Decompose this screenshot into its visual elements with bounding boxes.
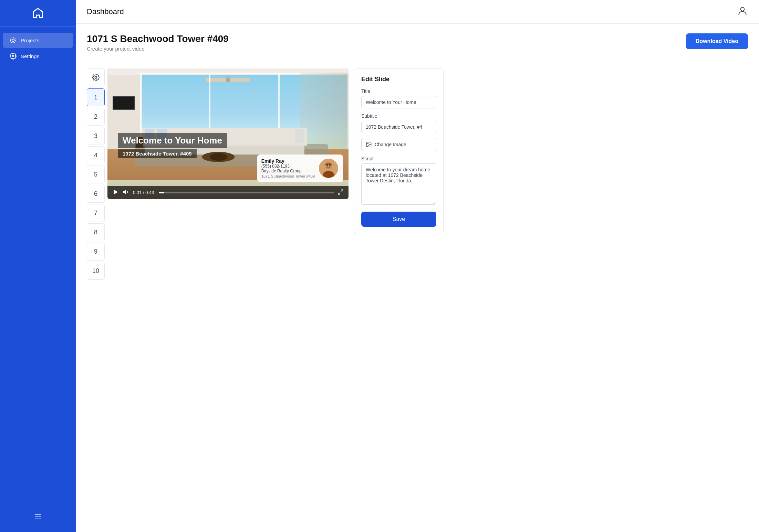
current-time: 0:01 <box>133 190 142 195</box>
main-content: Dashboard 1071 S Beachwood Tower #409 Cr… <box>76 0 759 532</box>
sidebar: Projects Settings <box>0 0 76 532</box>
svg-line-15 <box>341 190 343 191</box>
script-textarea[interactable]: Welcome to your dream home located at 10… <box>361 163 436 205</box>
project-info: 1071 S Beachwood Tower #409 Create your … <box>87 33 229 52</box>
sidebar-nav: Projects Settings <box>0 26 76 506</box>
slide-3-button[interactable]: 3 <box>87 127 105 145</box>
change-image-button[interactable]: Change Image <box>361 138 436 151</box>
home-icon <box>32 7 44 19</box>
video-section: 1 2 3 4 5 6 7 8 9 10 <box>87 68 748 280</box>
svg-point-2 <box>12 55 14 57</box>
agent-company: Bayside Realty Group <box>261 169 315 173</box>
save-button[interactable]: Save <box>361 212 436 227</box>
slide-7-button[interactable]: 7 <box>87 204 105 222</box>
volume-button[interactable] <box>123 189 129 196</box>
fullscreen-button[interactable] <box>337 189 344 196</box>
agent-name: Emily Ray <box>261 158 315 164</box>
project-title: 1071 S Beachwood Tower #409 <box>87 33 229 44</box>
edit-slide-panel: Edit Slide Title Subtitle Change Image S… <box>354 68 444 234</box>
change-image-label: Change Image <box>375 142 406 147</box>
sidebar-item-settings-label: Settings <box>21 53 39 59</box>
subtitle-field-label: Subtitle <box>361 113 436 119</box>
total-time: 0:43 <box>145 190 154 195</box>
agent-address: 1071 S Beachwood Tower #409 <box>261 174 315 178</box>
user-avatar-button[interactable] <box>737 6 748 18</box>
fullscreen-icon <box>337 189 344 195</box>
svg-marker-14 <box>123 190 126 194</box>
slide-2-button[interactable]: 2 <box>87 108 105 126</box>
slide-4-button[interactable]: 4 <box>87 146 105 164</box>
agent-avatar <box>318 158 339 179</box>
slide-6-button[interactable]: 6 <box>87 185 105 203</box>
subtitle-input[interactable] <box>361 121 436 133</box>
svg-marker-13 <box>114 190 118 195</box>
project-header: 1071 S Beachwood Tower #409 Create your … <box>87 33 748 52</box>
image-icon <box>366 141 372 148</box>
agent-phone: (555) 882-1193 <box>261 164 315 169</box>
agent-info: Emily Ray (555) 882-1193 Bayside Realty … <box>261 158 315 178</box>
video-controls: 0:01 / 0:43 <box>107 186 349 199</box>
title-field-label: Title <box>361 88 436 94</box>
page-content: 1071 S Beachwood Tower #409 Create your … <box>76 24 759 532</box>
slide-10-button[interactable]: 10 <box>87 262 105 280</box>
agent-card: Emily Ray (555) 882-1193 Bayside Realty … <box>257 155 343 182</box>
video-overlay-subtitle: 1072 Beachside Tower, #409 <box>118 149 197 158</box>
slide-9-button[interactable]: 9 <box>87 243 105 260</box>
header: Dashboard <box>76 0 759 24</box>
sidebar-logo <box>0 0 76 26</box>
agent-avatar-image <box>319 158 338 179</box>
svg-line-16 <box>338 193 340 194</box>
gear-icon <box>92 74 100 81</box>
download-video-button[interactable]: Download Video <box>686 33 748 49</box>
projects-icon <box>10 37 17 44</box>
tv <box>113 96 135 110</box>
sidebar-bottom[interactable] <box>27 506 49 529</box>
user-icon <box>737 6 748 17</box>
header-divider <box>87 60 748 60</box>
edit-panel-title: Edit Slide <box>361 76 436 83</box>
video-progress-bar[interactable] <box>159 192 334 193</box>
slide-5-button[interactable]: 5 <box>87 166 105 183</box>
slide-gear-button[interactable] <box>87 68 105 86</box>
settings-icon <box>10 53 17 60</box>
play-icon <box>112 189 119 195</box>
video-progress-fill <box>159 192 164 193</box>
title-input[interactable] <box>361 96 436 108</box>
sidebar-item-settings[interactable]: Settings <box>3 49 73 64</box>
video-player[interactable]: Welcome to Your Home 1072 Beachside Towe… <box>107 68 349 199</box>
svg-point-12 <box>329 164 331 166</box>
sidebar-item-projects[interactable]: Projects <box>3 33 73 48</box>
svg-point-18 <box>367 143 368 144</box>
script-field-label: Script <box>361 156 436 161</box>
video-overlay-title: Welcome to Your Home <box>118 133 227 148</box>
svg-point-7 <box>95 76 97 78</box>
play-button[interactable] <box>112 189 119 196</box>
svg-point-6 <box>741 7 745 11</box>
slide-panel: 1 2 3 4 5 6 7 8 9 10 <box>87 68 105 280</box>
menu-icon <box>34 513 42 521</box>
svg-point-1 <box>11 38 16 43</box>
video-time: 0:01 / 0:43 <box>133 190 154 195</box>
svg-point-11 <box>326 164 328 166</box>
project-subtitle: Create your project video <box>87 46 229 52</box>
slide-1-button[interactable]: 1 <box>87 88 105 106</box>
volume-icon <box>123 189 129 195</box>
sidebar-item-projects-label: Projects <box>21 38 39 43</box>
header-title: Dashboard <box>87 7 124 16</box>
svg-point-9 <box>325 162 332 169</box>
slide-8-button[interactable]: 8 <box>87 223 105 241</box>
svg-point-0 <box>12 39 14 42</box>
